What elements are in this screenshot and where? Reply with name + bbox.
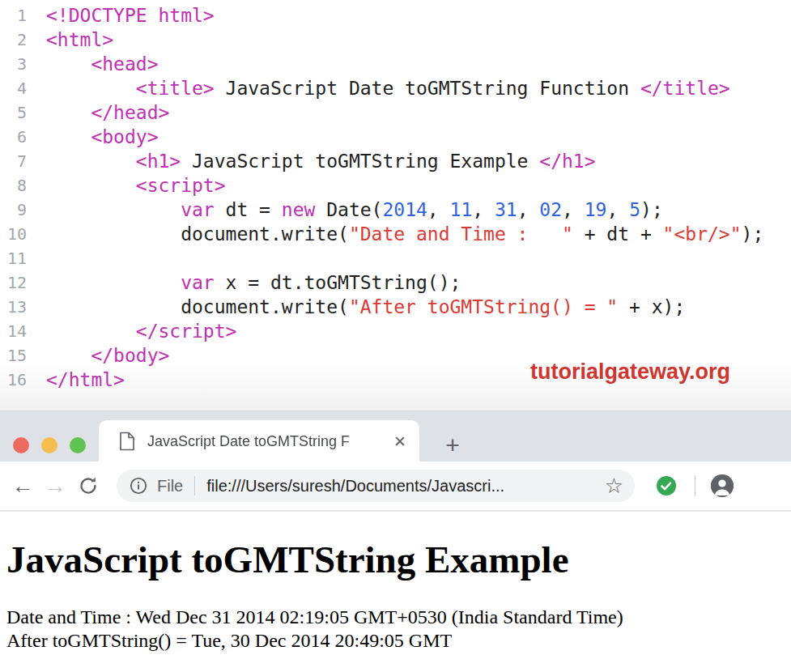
browser-tab[interactable]: JavaScript Date toGMTString F ✕ [99,420,419,462]
code-text: var dt = new Date(2014, 11, 31, 02, 19, … [27,198,663,222]
code-line: 2<html> [0,28,791,52]
line-number: 11 [0,246,27,270]
page-icon [118,432,136,451]
code-line: 10 document.write("Date and Time : " + d… [0,222,791,246]
line-number: 1 [0,3,27,28]
line-number: 3 [0,52,27,76]
code-text [27,246,46,270]
line-number: 12 [0,270,27,295]
code-text: var x = dt.toGMTString(); [27,270,461,295]
code-text: <h1> JavaScript toGMTString Example </h1… [27,149,596,173]
page-heading: JavaScript toGMTString Example [6,538,791,581]
code-text: document.write("Date and Time : " + dt +… [27,222,763,246]
url-scheme-label: File [157,477,183,495]
code-editor: 1<!DOCTYPE html>2<html>3 <head>4 <title>… [0,0,791,410]
code-line: 8 <script> [0,173,791,198]
code-text: document.write("After toGMTString() = " … [27,295,685,319]
forward-button[interactable]: → [39,474,71,499]
code-line: 4 <title> JavaScript Date toGMTString Fu… [0,76,791,100]
code-lines: 1<!DOCTYPE html>2<html>3 <head>4 <title>… [0,0,791,392]
code-text: </head> [27,100,169,125]
code-text: <body> [27,125,158,149]
extension-check-icon[interactable] [656,475,677,496]
code-text: <!DOCTYPE html> [27,3,215,28]
code-text: </body> [27,343,169,368]
tab-title: JavaScript Date toGMTString F [147,433,387,450]
watermark: tutorialgateway.org [530,359,730,385]
close-window-button[interactable] [13,437,29,453]
code-line: 5 </head> [0,100,791,125]
code-line: 7 <h1> JavaScript toGMTString Example </… [0,149,791,173]
browser-chrome: JavaScript Date toGMTString F ✕ + ← → Fi… [0,410,791,512]
toolbar-divider [695,475,695,496]
address-bar[interactable]: File file:///Users/suresh/Documents/Java… [117,470,635,502]
line-number: 2 [0,28,27,52]
line-number: 16 [0,368,27,392]
code-line: 9 var dt = new Date(2014, 11, 31, 02, 19… [0,198,791,222]
rendered-page: JavaScript toGMTString Example Date and … [0,512,791,672]
code-text: <head> [27,52,158,76]
line-number: 4 [0,76,27,100]
new-tab-button[interactable]: + [439,432,466,460]
line-number: 8 [0,173,27,198]
line-number: 7 [0,149,27,173]
person-icon [711,474,734,497]
line-number: 15 [0,343,27,368]
code-text: <title> JavaScript Date toGMTString Func… [27,76,730,100]
line-number: 6 [0,125,27,149]
line-number: 14 [0,319,27,343]
line-number: 5 [0,100,27,125]
omnibox-divider [194,476,195,495]
code-text: </html> [27,368,125,392]
output-line-1: Date and Time : Wed Dec 31 2014 02:19:05… [6,606,791,629]
line-number: 9 [0,198,27,222]
back-button[interactable]: ← [6,474,39,499]
bookmark-star-icon[interactable]: ☆ [605,475,623,496]
info-icon[interactable] [130,477,147,495]
tab-bar: JavaScript Date toGMTString F ✕ + [0,410,791,461]
code-line: 6 <body> [0,125,791,149]
output-line-2: After toGMTString() = Tue, 30 Dec 2014 2… [6,629,791,653]
code-line: 11 [0,246,791,270]
code-line: 12 var x = dt.toGMTString(); [0,270,791,295]
code-line: 14 </script> [0,319,791,343]
code-text: <html> [27,28,113,52]
code-text: </script> [27,319,236,343]
code-line: 13 document.write("After toGMTString() =… [0,295,791,319]
code-line: 3 <head> [0,52,791,76]
code-line: 1<!DOCTYPE html> [0,3,791,28]
maximize-window-button[interactable] [70,437,86,453]
window-controls [13,437,86,453]
tab-close-icon[interactable]: ✕ [393,432,406,451]
code-text: <script> [27,173,226,198]
profile-avatar[interactable] [711,474,734,497]
browser-toolbar: ← → File file:///Users/suresh/Documents/… [0,461,791,512]
line-number: 13 [0,295,27,319]
minimize-window-button[interactable] [41,437,57,453]
reload-button[interactable] [78,475,99,496]
line-number: 10 [0,222,27,246]
url-text: file:///Users/suresh/Documents/Javascri.… [206,477,604,495]
